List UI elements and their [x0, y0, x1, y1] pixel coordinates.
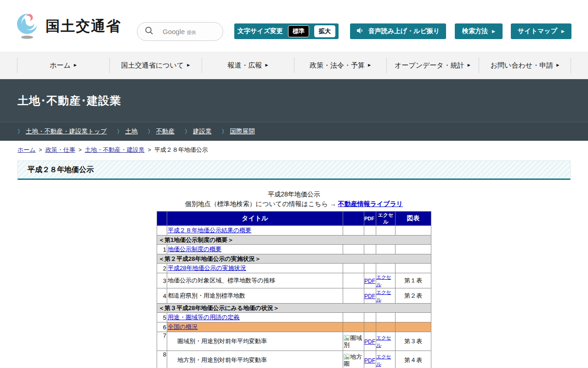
row-excel-cell: [376, 264, 396, 273]
row-number: 7: [157, 332, 167, 351]
table-row-0: 平成２８年地価公示結果の概要: [157, 226, 431, 236]
row-excel-cell: [376, 322, 396, 332]
row-number: 6: [157, 322, 167, 332]
nav-item-5[interactable]: お問い合わせ・申請▶: [479, 52, 571, 79]
category-link-2[interactable]: 〉不動産: [147, 127, 175, 136]
category-link-1[interactable]: 〉土地: [117, 127, 137, 136]
row-pdf-cell: [364, 322, 376, 332]
row-pdf-cell: PDF: [364, 273, 376, 288]
row-pdf-cell: PDF: [364, 332, 376, 351]
pdf-link[interactable]: PDF: [364, 339, 375, 345]
broken-image-icon: [344, 335, 350, 341]
chevron-icon: 〉: [117, 128, 122, 136]
breadcrumb: ホーム>政策・仕事>土地・不動産・建設業>平成２８年地価公示: [0, 141, 588, 158]
real-estate-library-link[interactable]: 不動産情報ライブラリ: [338, 200, 403, 207]
table-header-row: タイトル PDF エクセル 図表: [157, 212, 431, 226]
row-number: 3: [157, 273, 167, 288]
table-row-1: ＜第1地価公示制度の概要＞: [157, 236, 431, 245]
search-method-label: 検索方法: [462, 27, 488, 35]
category-link-4[interactable]: 〉国際展開: [221, 127, 254, 136]
tts-label: 音声読み上げ・ルビ振り: [368, 27, 440, 35]
row-image-cell: [343, 245, 364, 254]
category-link-0[interactable]: 〉土地・不動産・建設業トップ: [17, 127, 107, 136]
title-link[interactable]: 全国の概況: [168, 323, 198, 330]
category-link-3[interactable]: 〉建設業: [185, 127, 212, 136]
pdf-link[interactable]: PDF: [364, 278, 375, 284]
sitemap-button[interactable]: サイトマップ ▶: [511, 23, 571, 39]
breadcrumb-item-0[interactable]: ホーム: [17, 146, 36, 154]
site-title: 国土交通省: [45, 17, 121, 36]
nav-item-3[interactable]: 政策・法令・予算▶: [294, 52, 386, 79]
breadcrumb-item-1[interactable]: 政策・仕事: [45, 146, 75, 154]
sitemap-label: サイトマップ: [518, 27, 557, 35]
chevron-right-icon: ▶: [561, 29, 565, 34]
table-row-11: 8地方別・用途別対前年平均変動率地方圏PDFエクセル第４表: [157, 351, 431, 368]
search-input[interactable]: Google 提供: [137, 22, 223, 41]
chevron-right-icon: ▶: [492, 29, 495, 34]
pdf-link[interactable]: PDF: [364, 357, 375, 364]
row-title: 地方別・用途別対前年平均変動率: [167, 351, 343, 368]
global-nav: ホーム▶国土交通省について▶報道・広報▶政策・法令・予算▶オープンデータ・統計▶…: [0, 52, 588, 79]
category-hero: 土地･不動産･建設業: [0, 79, 588, 122]
search-icon: [145, 26, 153, 37]
excel-link[interactable]: エクセル: [376, 335, 391, 348]
row-image-cell: [343, 226, 364, 236]
row-excel-cell: エクセル: [376, 332, 396, 351]
pdf-link[interactable]: PDF: [364, 293, 375, 299]
breadcrumb-item-3: 平成２８年地価公示: [154, 146, 208, 154]
chevron-right-icon: ▶: [265, 63, 268, 67]
row-image-cell: [343, 273, 364, 288]
row-image-cell: [343, 313, 364, 322]
table-row-3: ＜第２平成28年地価公示の実施状況＞: [157, 254, 431, 264]
row-chart-cell: 第１表: [396, 273, 431, 288]
row-image-cell: [343, 264, 364, 273]
nav-item-1[interactable]: 国土交通省について▶: [109, 52, 202, 79]
chevron-right-icon: ▶: [468, 63, 470, 67]
row-excel-cell: エクセル: [376, 288, 396, 304]
chevron-right-icon: ▶: [74, 63, 77, 67]
row-title: 都道府県別・用途別標準地数: [167, 288, 343, 304]
chevron-icon: 〉: [147, 128, 153, 136]
excel-link[interactable]: エクセル: [376, 354, 391, 367]
excel-link[interactable]: エクセル: [376, 289, 391, 302]
row-image-cell: [343, 288, 364, 304]
col-header-chart: 図表: [396, 212, 431, 226]
row-image-cell: [343, 322, 364, 332]
search-method-button[interactable]: 検索方法 ▶: [455, 23, 503, 39]
title-link[interactable]: 平成28年地価公示の実施状況: [168, 264, 246, 271]
row-pdf-cell: [364, 313, 376, 322]
font-large-button[interactable]: 拡大: [314, 25, 335, 37]
page-title: 平成２８年地価公示: [17, 161, 571, 180]
row-pdf-cell: [364, 264, 376, 273]
row-number: [157, 226, 167, 236]
table-row-2: 1地価公示制度の概要: [157, 245, 431, 254]
row-chart-cell: 第２表: [396, 288, 431, 304]
row-image-cell: 圏域別: [343, 332, 364, 351]
table-row-5: 3地価公示の対象区域、標準地数等の推移PDFエクセル第１表: [157, 273, 431, 288]
font-standard-button[interactable]: 標準: [288, 25, 309, 37]
title-link[interactable]: 平成２８年地価公示結果の概要: [168, 227, 251, 234]
table-row-9: 6全国の概況: [157, 322, 431, 332]
breadcrumb-item-2[interactable]: 土地・不動産・建設業: [85, 146, 145, 154]
excel-link[interactable]: エクセル: [376, 274, 391, 287]
row-number: 2: [157, 264, 167, 273]
chevron-right-icon: ▶: [556, 63, 559, 67]
search-placeholder: Google 提供: [163, 28, 196, 36]
nav-item-2[interactable]: 報道・広報▶: [202, 52, 294, 79]
nav-item-4[interactable]: オープンデータ・統計▶: [386, 52, 479, 79]
row-excel-cell: エクセル: [376, 351, 396, 368]
mlit-logo[interactable]: 国土交通省: [15, 11, 121, 41]
chevron-icon: 〉: [221, 128, 227, 136]
nav-item-0[interactable]: ホーム▶: [17, 52, 109, 79]
tts-button[interactable]: 音声読み上げ・ルビ振り: [350, 23, 446, 39]
row-title: 平成２８年地価公示結果の概要: [167, 226, 343, 236]
row-excel-cell: [376, 245, 396, 254]
title-link[interactable]: 用途・圏域等の用語の定義: [168, 314, 240, 321]
row-chart-cell: [396, 313, 431, 322]
row-chart-cell: [396, 264, 431, 273]
row-image-cell: 地方圏: [343, 351, 364, 368]
title-link[interactable]: 地価公示制度の概要: [168, 246, 221, 253]
table-row-10: 7圏域別・用途別対前年平均変動率圏域別PDFエクセル第３表: [157, 332, 431, 351]
row-excel-cell: エクセル: [376, 273, 396, 288]
intro-line2: 個別地点（標準地検索）についての情報はこちら → 不動産情報ライブラリ: [0, 199, 588, 209]
